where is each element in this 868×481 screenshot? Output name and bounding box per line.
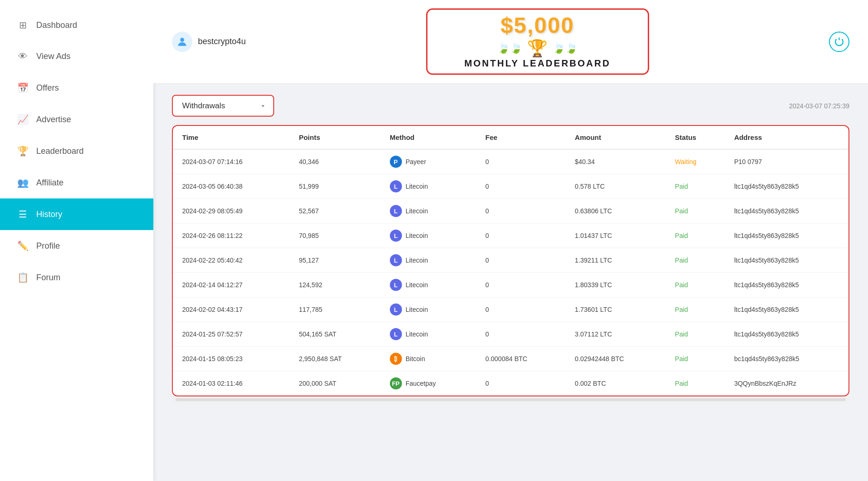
cell-status: Paid	[666, 371, 725, 396]
method-label: Litecoin	[406, 207, 428, 215]
cell-method: FP Faucetpay	[381, 371, 476, 396]
leaderboard-banner[interactable]: $5,000 🍃🍃 🏆 🍃🍃 MONTHLY LEADERBOARD	[426, 8, 649, 75]
cell-status: Paid	[666, 322, 725, 347]
status-badge: Paid	[675, 257, 688, 264]
cell-fee: 0	[476, 371, 566, 396]
offers-icon: 📅	[17, 82, 29, 93]
timestamp: 2024-03-07 07:25:39	[789, 102, 849, 110]
table-row: 2024-03-05 06:40:3851,999 L Litecoin 00.…	[173, 174, 848, 199]
forum-icon: 📋	[17, 272, 29, 283]
sidebar-item-affiliate[interactable]: 👥 Affiliate	[0, 167, 153, 198]
header-left: bestcrypto4u	[172, 32, 246, 52]
cell-status: Paid	[666, 199, 725, 224]
cell-method: L Litecoin	[381, 297, 476, 322]
cell-method: L Litecoin	[381, 199, 476, 224]
sidebar-item-view-ads[interactable]: 👁 View Ads	[0, 41, 153, 72]
cell-amount: 1.01437 LTC	[566, 224, 665, 248]
cell-fee: 0	[476, 174, 566, 199]
col-header-amount: Amount	[566, 126, 665, 149]
sidebar-item-offers[interactable]: 📅 Offers	[0, 72, 153, 104]
dashboard-icon: ⊞	[17, 20, 29, 31]
cell-time: 2024-02-26 08:11:22	[173, 224, 289, 248]
method-icon-litecoin: L	[390, 328, 402, 340]
filter-dropdown[interactable]: WithdrawalsDepositsEarnings	[172, 95, 274, 117]
cell-time: 2024-02-22 05:40:42	[173, 248, 289, 273]
cell-status: Paid	[666, 248, 725, 273]
sidebar-label-view-ads: View Ads	[36, 52, 71, 61]
cell-address: ltc1qd4s5ty863y828k5	[725, 248, 848, 273]
cell-method: L Litecoin	[381, 273, 476, 297]
method-label: Litecoin	[406, 330, 428, 338]
cell-status: Paid	[666, 347, 725, 371]
table-row: 2024-02-14 04:12:27124,592 L Litecoin 01…	[173, 273, 848, 297]
method-icon-faucetpay: FP	[390, 377, 402, 389]
cell-amount: 1.73601 LTC	[566, 297, 665, 322]
right-leaf-icon: 🍃🍃	[552, 42, 578, 54]
cell-points: 200,000 SAT	[289, 371, 381, 396]
table-row: 2024-01-03 02:11:46200,000 SAT FP Faucet…	[173, 371, 848, 396]
cell-points: 70,985	[289, 224, 381, 248]
withdrawals-table-container: TimePointsMethodFeeAmountStatusAddress 2…	[172, 125, 849, 396]
method-icon-litecoin: L	[390, 279, 402, 291]
cell-amount: 0.63806 LTC	[566, 199, 665, 224]
header: bestcrypto4u $5,000 🍃🍃 🏆 🍃🍃 MONTHLY LEAD…	[153, 0, 868, 84]
cell-time: 2024-02-02 04:43:17	[173, 297, 289, 322]
sidebar-item-history[interactable]: ☰ History	[0, 198, 153, 230]
cell-method: L Litecoin	[381, 224, 476, 248]
cell-method: L Litecoin	[381, 322, 476, 347]
sidebar-label-profile: Profile	[36, 241, 60, 251]
sidebar-item-dashboard[interactable]: ⊞ Dashboard	[0, 9, 153, 41]
cell-time: 2024-01-03 02:11:46	[173, 371, 289, 396]
sidebar-label-leaderboard: Leaderboard	[36, 146, 84, 156]
cell-time: 2024-02-14 04:12:27	[173, 273, 289, 297]
scrollbar-track	[176, 398, 846, 401]
controls-row: WithdrawalsDepositsEarnings 2024-03-07 0…	[172, 95, 849, 117]
advertise-icon: 📈	[17, 114, 29, 125]
cell-time: 2024-02-29 08:05:49	[173, 199, 289, 224]
horizontal-scrollbar[interactable]	[172, 396, 849, 403]
table-row: 2024-02-02 04:43:17117,785 L Litecoin 01…	[173, 297, 848, 322]
cell-method: L Litecoin	[381, 174, 476, 199]
status-badge: Paid	[675, 380, 688, 387]
table-row: 2024-01-15 08:05:232,950,848 SAT ₿ Bitco…	[173, 347, 848, 371]
cell-address: ltc1qd4s5ty863y828k5	[725, 273, 848, 297]
cell-address: ltc1qd4s5ty863y828k5	[725, 322, 848, 347]
status-badge: Paid	[675, 281, 688, 289]
status-badge: Paid	[675, 306, 688, 313]
cell-points: 52,567	[289, 199, 381, 224]
cell-address: P10 0797	[725, 149, 848, 174]
sidebar-item-forum[interactable]: 📋 Forum	[0, 262, 153, 293]
view-ads-icon: 👁	[17, 51, 29, 62]
method-icon-bitcoin: ₿	[390, 353, 402, 365]
method-label: Litecoin	[406, 281, 428, 289]
status-badge: Paid	[675, 232, 688, 239]
content-area: WithdrawalsDepositsEarnings 2024-03-07 0…	[153, 84, 868, 481]
power-button[interactable]	[829, 32, 849, 52]
cell-time: 2024-03-05 06:40:38	[173, 174, 289, 199]
cell-amount: $40.34	[566, 149, 665, 174]
sidebar-label-advertise: Advertise	[36, 115, 71, 125]
affiliate-icon: 👥	[17, 177, 29, 188]
method-icon-payeer: P	[390, 156, 402, 168]
cell-fee: 0	[476, 149, 566, 174]
cell-points: 504,165 SAT	[289, 322, 381, 347]
cell-points: 2,950,848 SAT	[289, 347, 381, 371]
profile-icon: ✏️	[17, 240, 29, 251]
col-header-method: Method	[381, 126, 476, 149]
method-icon-litecoin: L	[390, 230, 402, 242]
method-label: Litecoin	[406, 183, 428, 190]
method-icon-litecoin: L	[390, 303, 402, 316]
username-label: bestcrypto4u	[198, 37, 246, 46]
cell-amount: 1.39211 LTC	[566, 248, 665, 273]
cell-method: P Payeer	[381, 149, 476, 174]
cell-amount: 1.80339 LTC	[566, 273, 665, 297]
sidebar-item-advertise[interactable]: 📈 Advertise	[0, 104, 153, 135]
cell-points: 117,785	[289, 297, 381, 322]
withdrawals-table: TimePointsMethodFeeAmountStatusAddress 2…	[173, 126, 848, 395]
sidebar-item-profile[interactable]: ✏️ Profile	[0, 230, 153, 262]
svg-point-0	[180, 38, 184, 42]
sidebar-item-leaderboard[interactable]: 🏆 Leaderboard	[0, 135, 153, 167]
method-label: Litecoin	[406, 232, 428, 239]
cell-amount: 0.002 BTC	[566, 371, 665, 396]
cell-points: 95,127	[289, 248, 381, 273]
